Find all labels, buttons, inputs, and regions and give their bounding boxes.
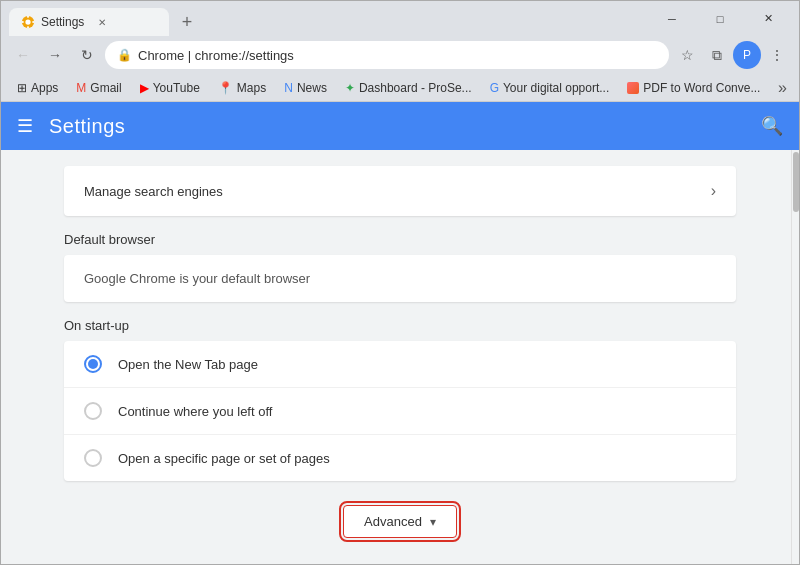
svg-rect-1	[27, 16, 29, 18]
startup-option-label-1: Continue where you left off	[118, 404, 272, 419]
app-title: Settings	[49, 115, 125, 138]
radio-specific-page[interactable]	[84, 449, 102, 467]
extensions-button[interactable]: ⧉	[703, 41, 731, 69]
startup-option-2[interactable]: Open a specific page or set of pages	[64, 435, 736, 481]
tab-bar: Settings ✕ +	[9, 1, 649, 36]
menu-button[interactable]: ⋮	[763, 41, 791, 69]
bookmark-maps[interactable]: 📍 Maps	[210, 79, 274, 97]
manage-search-engines-row[interactable]: Manage search engines ›	[64, 166, 736, 216]
tab-title: Settings	[41, 15, 84, 29]
browser-window: Settings ✕ + ─ □ ✕ ← → ↻ 🔒 Chrome | chro…	[0, 0, 800, 565]
window-controls: ─ □ ✕	[649, 5, 791, 33]
maximize-button[interactable]: □	[697, 5, 743, 33]
url-path: chrome://settings	[195, 48, 294, 63]
settings-inner: Manage search engines › Default browser …	[40, 150, 760, 564]
close-button[interactable]: ✕	[745, 5, 791, 33]
bookmark-youtube[interactable]: ▶ YouTube	[132, 79, 208, 97]
bookmark-news[interactable]: N News	[276, 79, 335, 97]
toolbar-right: ☆ ⧉ P ⋮	[673, 41, 791, 69]
omnibox-url: Chrome | chrome://settings	[138, 48, 657, 63]
maps-icon: 📍	[218, 81, 233, 95]
startup-option-0[interactable]: Open the New Tab page	[64, 341, 736, 388]
on-startup-title: On start-up	[64, 318, 736, 333]
apps-icon: ⊞	[17, 81, 27, 95]
settings-tab[interactable]: Settings ✕	[9, 8, 169, 36]
back-button[interactable]: ←	[9, 41, 37, 69]
search-icon[interactable]: 🔍	[761, 115, 783, 137]
star-button[interactable]: ☆	[673, 41, 701, 69]
default-browser-title: Default browser	[64, 232, 736, 247]
new-tab-button[interactable]: +	[173, 8, 201, 36]
advanced-button[interactable]: Advanced ▾	[343, 505, 457, 538]
news-icon: N	[284, 81, 293, 95]
bookmarks-bar: ⊞ Apps M Gmail ▶ YouTube 📍 Maps N News ✦…	[1, 74, 799, 102]
hamburger-menu-icon[interactable]: ☰	[17, 115, 33, 137]
dashboard-label: Dashboard - ProSe...	[359, 81, 472, 95]
omnibox[interactable]: 🔒 Chrome | chrome://settings	[105, 41, 669, 69]
apps-label: Apps	[31, 81, 58, 95]
settings-favicon	[21, 15, 35, 29]
app-header: ☰ Settings 🔍	[1, 102, 799, 150]
svg-rect-3	[22, 21, 24, 23]
forward-button[interactable]: →	[41, 41, 69, 69]
svg-rect-4	[32, 21, 34, 23]
reload-button[interactable]: ↻	[73, 41, 101, 69]
default-browser-box: Google Chrome is your default browser	[64, 255, 736, 302]
maps-label: Maps	[237, 81, 266, 95]
bookmark-apps[interactable]: ⊞ Apps	[9, 79, 66, 97]
chevron-down-icon: ▾	[430, 515, 436, 529]
scrollbar-thumb[interactable]	[793, 152, 799, 212]
address-bar: ← → ↻ 🔒 Chrome | chrome://settings ☆ ⧉ P…	[1, 36, 799, 74]
content-wrapper: Manage search engines › Default browser …	[1, 150, 799, 564]
youtube-label: YouTube	[153, 81, 200, 95]
radio-continue[interactable]	[84, 402, 102, 420]
profile-button[interactable]: P	[733, 41, 761, 69]
arrow-icon: ›	[711, 182, 716, 200]
svg-rect-2	[27, 26, 29, 28]
news-label: News	[297, 81, 327, 95]
settings-scroll: Manage search engines › Default browser …	[1, 150, 799, 564]
youtube-icon: ▶	[140, 81, 149, 95]
google-icon: G	[490, 81, 499, 95]
bookmark-gmail[interactable]: M Gmail	[68, 79, 129, 97]
gmail-label: Gmail	[90, 81, 121, 95]
startup-option-label-0: Open the New Tab page	[118, 357, 258, 372]
dashboard-icon: ✦	[345, 81, 355, 95]
advanced-button-container: Advanced ▾	[64, 505, 736, 538]
lock-icon: 🔒	[117, 48, 132, 62]
title-bar: Settings ✕ + ─ □ ✕	[1, 1, 799, 36]
search-engines-section: Manage search engines ›	[64, 166, 736, 216]
pdf-icon	[627, 82, 639, 94]
advanced-label: Advanced	[364, 514, 422, 529]
url-separator: |	[184, 48, 195, 63]
startup-option-1[interactable]: Continue where you left off	[64, 388, 736, 435]
default-browser-status: Google Chrome is your default browser	[84, 271, 310, 286]
bookmark-pdf[interactable]: PDF to Word Conve...	[619, 79, 768, 97]
radio-new-tab[interactable]	[84, 355, 102, 373]
bookmarks-more-button[interactable]: »	[774, 77, 791, 99]
pdf-label: PDF to Word Conve...	[643, 81, 760, 95]
startup-options-group: Open the New Tab page Continue where you…	[64, 341, 736, 481]
manage-search-engines-label: Manage search engines	[84, 184, 223, 199]
url-site: Chrome	[138, 48, 184, 63]
startup-option-label-2: Open a specific page or set of pages	[118, 451, 330, 466]
minimize-button[interactable]: ─	[649, 5, 695, 33]
scrollbar[interactable]	[791, 150, 799, 564]
tab-close-button[interactable]: ✕	[94, 14, 110, 30]
bookmark-dashboard[interactable]: ✦ Dashboard - ProSe...	[337, 79, 480, 97]
gmail-icon: M	[76, 81, 86, 95]
bookmark-google[interactable]: G Your digital opport...	[482, 79, 618, 97]
google-label: Your digital opport...	[503, 81, 609, 95]
